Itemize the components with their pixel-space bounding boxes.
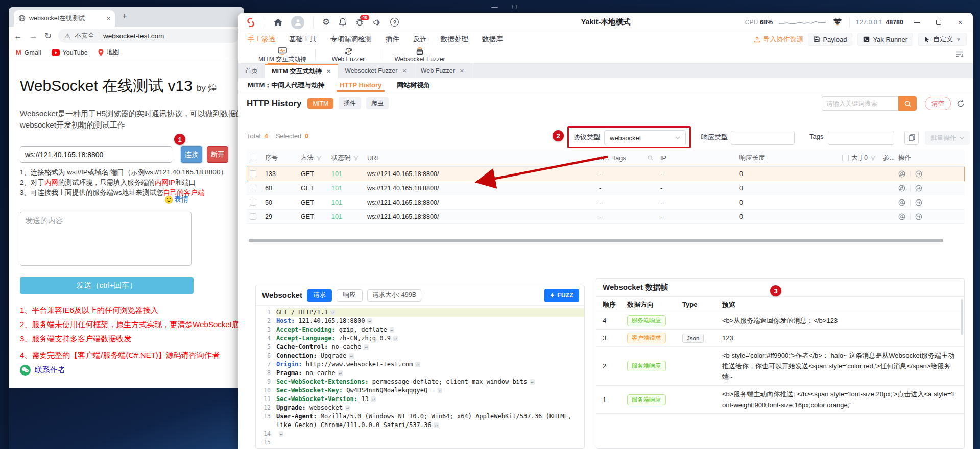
tab-mitm[interactable]: MITM 交互式劫持✕ xyxy=(265,64,338,78)
table-horizontal-scrollbar[interactable] xyxy=(249,239,943,242)
bookmark-gmail[interactable]: MGmail xyxy=(16,48,41,56)
yak-runner-button[interactable]: Yak Runner xyxy=(857,33,913,46)
megaphone-icon[interactable] xyxy=(373,18,381,27)
send-to-fuzzer-icon[interactable] xyxy=(915,185,922,192)
menu-item-6[interactable]: 数据库 xyxy=(482,35,503,44)
cell-checkbox[interactable] xyxy=(247,213,262,220)
subtab-http-history[interactable]: HTTP History xyxy=(340,78,381,92)
help-icon[interactable]: ? xyxy=(390,18,399,27)
cell-ops[interactable] xyxy=(895,170,941,178)
length-filter[interactable]: 大于0 xyxy=(842,154,876,162)
clear-button[interactable]: 清空 xyxy=(925,97,951,110)
frame-row[interactable]: 1服务端响应<b>服务端主动向你推送: </b><span style='fon… xyxy=(596,386,964,414)
export-copy-button[interactable] xyxy=(904,131,919,145)
tab-websocket-fuzzer[interactable]: Websocket Fuzzer✕ xyxy=(338,64,414,78)
layout-sort-icon[interactable] xyxy=(955,51,964,58)
open-in-browser-icon[interactable] xyxy=(898,199,905,206)
notification-bell-icon[interactable] xyxy=(339,18,347,27)
frame-row[interactable]: 3客户端请求Json123 xyxy=(596,330,964,347)
tab-close-icon[interactable]: × xyxy=(106,15,110,22)
search-button[interactable] xyxy=(898,96,917,111)
request-tab-button[interactable]: 请求 xyxy=(307,289,332,302)
browser-tab[interactable]: websocket在线测试 × xyxy=(14,10,115,27)
tags-input[interactable] xyxy=(828,131,894,145)
send-button[interactable]: 发送（ctrl+回车） xyxy=(20,277,194,294)
open-in-browser-icon[interactable] xyxy=(898,185,905,192)
address-bar[interactable]: ⚠ 不安全 websocket-test.com xyxy=(58,29,239,43)
menu-item-3[interactable]: 插件 xyxy=(386,35,399,44)
ws-url-input[interactable] xyxy=(20,146,172,163)
feature-mitm[interactable]: MITM 交互式劫持 xyxy=(250,46,315,64)
badge-crawler[interactable]: 爬虫 xyxy=(366,97,389,109)
bookmark-maps[interactable]: 地图 xyxy=(98,48,119,57)
history-row[interactable]: 29GET101ws://121.40.165.18:8800/--0 xyxy=(247,210,965,224)
frames-vertical-scrollbar[interactable] xyxy=(961,299,963,335)
filter-funnel-icon[interactable] xyxy=(353,155,359,161)
cell-ops[interactable] xyxy=(895,185,941,192)
fuzz-button[interactable]: FUZZ xyxy=(544,289,579,302)
feature-web-fuzzer[interactable]: Web Fuzzer xyxy=(316,46,381,63)
col-tags[interactable]: Tags xyxy=(609,155,657,162)
cell-ops[interactable] xyxy=(895,213,941,220)
filter-funnel-icon[interactable] xyxy=(870,155,876,161)
contact-author-link[interactable]: 联系作者 xyxy=(35,365,65,375)
custom-menu-button[interactable]: 自定义 ▼ xyxy=(918,33,967,46)
cell-checkbox[interactable] xyxy=(247,185,262,191)
user-avatar[interactable] xyxy=(291,16,304,29)
filter-funnel-icon[interactable] xyxy=(316,155,322,161)
send-to-fuzzer-icon[interactable] xyxy=(915,170,922,178)
disconnect-button[interactable]: 断开 xyxy=(207,146,228,163)
open-in-browser-icon[interactable] xyxy=(898,213,905,220)
tab-close-icon[interactable]: ✕ xyxy=(460,68,464,74)
tab-close-icon[interactable]: ✕ xyxy=(402,68,407,74)
subtab-mitm-proxy[interactable]: MITM：中间人代理与劫持 xyxy=(248,78,324,92)
feature-websocket-fuzzer[interactable]: Websocket Fuzzer xyxy=(381,46,458,63)
badge-plugin[interactable]: 插件 xyxy=(339,97,361,109)
menu-item-2[interactable]: 专项漏洞检测 xyxy=(330,35,372,44)
tab-close-icon[interactable]: ✕ xyxy=(326,68,331,75)
home-icon[interactable] xyxy=(274,18,282,27)
history-row[interactable]: 50GET101ws://121.40.165.18:8800/--0 xyxy=(247,195,965,210)
insecure-warning-icon[interactable]: ⚠ xyxy=(64,32,70,40)
batch-operation-button[interactable]: 批量操作 xyxy=(925,131,970,145)
maximize-button[interactable] xyxy=(931,20,946,25)
send-to-fuzzer-icon[interactable] xyxy=(915,213,922,220)
col-method[interactable]: 方法 xyxy=(298,154,328,162)
protocol-type-select[interactable]: websocket xyxy=(604,130,686,145)
response-type-input[interactable] xyxy=(731,131,795,145)
row-checkbox[interactable] xyxy=(250,170,256,177)
menu-item-4[interactable]: 反连 xyxy=(413,35,427,44)
search-icon[interactable] xyxy=(648,155,653,161)
menu-item-5[interactable]: 数据处理 xyxy=(441,35,468,44)
frame-row[interactable]: 2服务端响应<b style='color:#ff9900;'>作者</b>： … xyxy=(596,347,964,386)
cell-checkbox[interactable] xyxy=(247,199,262,206)
reload-button[interactable]: ↻ xyxy=(44,32,52,40)
row-checkbox[interactable] xyxy=(250,213,256,220)
import-collab-button[interactable]: 导入协作资源 xyxy=(754,35,803,44)
history-row[interactable]: 133GET101ws://121.40.165.18:8800/--0 xyxy=(247,167,965,181)
close-button[interactable]: × xyxy=(952,18,968,27)
payload-button[interactable]: Payload xyxy=(808,33,852,46)
cell-ops[interactable] xyxy=(895,199,941,206)
open-in-browser-icon[interactable] xyxy=(898,170,905,178)
response-tab-button[interactable]: 响应 xyxy=(337,289,363,302)
connect-button[interactable]: 连接 xyxy=(181,146,202,163)
menu-item-0[interactable]: 手工渗透 xyxy=(248,35,275,44)
header-checkbox[interactable] xyxy=(247,155,262,161)
minimize-button[interactable] xyxy=(910,22,925,23)
cell-checkbox[interactable] xyxy=(247,170,262,177)
settings-gear-icon[interactable]: ⚙ xyxy=(322,18,330,27)
tab-web-fuzzer[interactable]: Web Fuzzer✕ xyxy=(414,64,471,78)
yak-engine-icon[interactable] xyxy=(832,18,843,27)
back-button[interactable]: ← xyxy=(14,32,22,40)
bug-report-icon[interactable]: 40 xyxy=(355,18,364,27)
keyword-search-input[interactable] xyxy=(822,96,898,111)
frame-row[interactable]: 4服务端响应<b>从服务端返回你发的消息：</b>123 xyxy=(596,312,964,330)
tab-home[interactable]: 首页 xyxy=(238,64,265,78)
col-status[interactable]: 状态码 xyxy=(328,154,364,162)
request-editor[interactable]: 1GET / HTTP/1.1↵2Host: 121.40.165.18:880… xyxy=(256,306,584,447)
message-textarea[interactable] xyxy=(20,212,192,266)
emoji-link[interactable]: 表情 xyxy=(165,195,188,204)
refresh-icon[interactable] xyxy=(957,99,965,108)
badge-mitm[interactable]: MITM xyxy=(307,98,333,109)
